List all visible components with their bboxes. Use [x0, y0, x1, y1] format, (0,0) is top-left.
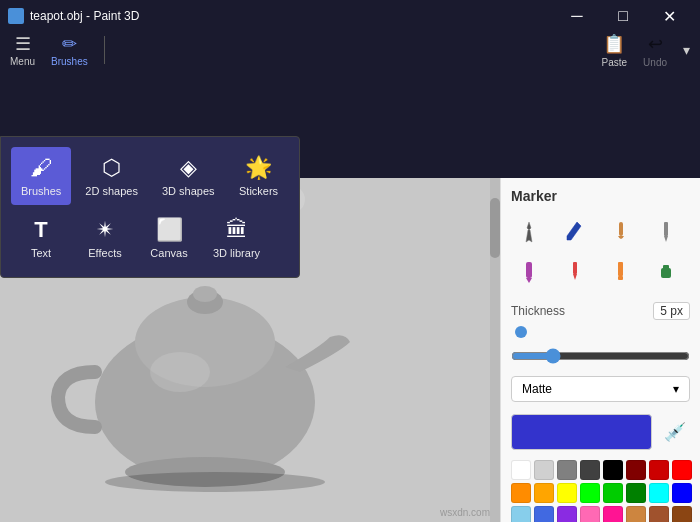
- more-options-button[interactable]: ▾: [683, 42, 690, 58]
- teapot-svg: [30, 242, 380, 492]
- color-swatch[interactable]: [603, 506, 623, 522]
- color-swatch[interactable]: [672, 460, 692, 480]
- brush-compass[interactable]: [511, 214, 547, 250]
- color-swatch[interactable]: [534, 506, 554, 522]
- svg-rect-16: [661, 268, 671, 278]
- undo-label: Undo: [643, 57, 667, 68]
- 2d-shapes-icon: ⬡: [102, 155, 121, 181]
- title-bar-left: teapot.obj - Paint 3D: [8, 8, 139, 24]
- text-dropdown-item[interactable]: T Text: [11, 209, 71, 267]
- color-swatch[interactable]: [649, 460, 669, 480]
- svg-point-3: [193, 286, 217, 302]
- title-bar-controls: ─ □ ✕: [554, 0, 692, 32]
- brush-grid: [511, 214, 690, 290]
- paste-button[interactable]: 📋 Paste: [602, 33, 628, 68]
- color-swatch[interactable]: [626, 506, 646, 522]
- color-swatch[interactable]: [534, 460, 554, 480]
- stickers-dropdown-item[interactable]: 🌟 Stickers: [229, 147, 289, 205]
- thickness-slider[interactable]: [511, 348, 690, 364]
- maximize-button[interactable]: □: [600, 0, 646, 32]
- svg-point-4: [150, 352, 210, 392]
- color-swatch[interactable]: [557, 506, 577, 522]
- color-swatch[interactable]: [511, 460, 531, 480]
- brush-ink[interactable]: [557, 254, 593, 290]
- brush-watercolor[interactable]: [603, 214, 639, 250]
- color-swatch[interactable]: [580, 506, 600, 522]
- 2d-shapes-dropdown-item[interactable]: ⬡ 2D shapes: [75, 147, 148, 205]
- color-swatch[interactable]: [511, 506, 531, 522]
- brushes-quick-button[interactable]: ✏ Brushes: [51, 33, 88, 67]
- text-icon: T: [34, 217, 47, 243]
- thickness-value: 5 px: [653, 302, 690, 320]
- canvas-label: Canvas: [150, 247, 187, 259]
- color-swatch[interactable]: [603, 460, 623, 480]
- brushes-dropdown-icon: 🖌: [30, 155, 52, 181]
- menu-label: Menu: [10, 56, 35, 67]
- thickness-row: Thickness 5 px: [511, 302, 690, 320]
- canvas-scrollbar-thumb[interactable]: [490, 198, 500, 258]
- brush-pen[interactable]: [557, 214, 593, 250]
- stickers-icon: 🌟: [245, 155, 272, 181]
- chevron-down-icon: ▾: [673, 382, 679, 396]
- color-swatch[interactable]: [649, 483, 669, 503]
- effects-dropdown-item[interactable]: ✴ Effects: [75, 209, 135, 267]
- finish-dropdown[interactable]: Matte ▾: [511, 376, 690, 402]
- quick-bar: ☰ Menu ✏ Brushes 📋 Paste ↩ Undo ▾: [0, 32, 700, 68]
- panel-title: Marker: [511, 188, 690, 204]
- brushes-dropdown-panel: 🖌 Brushes ⬡ 2D shapes ◈ 3D shapes 🌟 Stic…: [0, 136, 300, 278]
- brushes-dropdown-label: Brushes: [21, 185, 61, 197]
- svg-rect-15: [618, 276, 623, 280]
- canvas-scrollbar[interactable]: [490, 178, 500, 522]
- brush-calligraphy[interactable]: [603, 254, 639, 290]
- color-swatch[interactable]: [580, 483, 600, 503]
- canvas-dropdown-item[interactable]: ⬜ Canvas: [139, 209, 199, 267]
- minimize-button[interactable]: ─: [554, 0, 600, 32]
- color-swatch[interactable]: [626, 460, 646, 480]
- thickness-dot: [515, 326, 527, 338]
- svg-marker-9: [664, 236, 668, 242]
- close-button[interactable]: ✕: [646, 0, 692, 32]
- brush-bucket[interactable]: [648, 254, 684, 290]
- thickness-label: Thickness: [511, 304, 565, 318]
- brushes-icon: ✏: [62, 33, 77, 55]
- svg-rect-10: [526, 262, 532, 278]
- effects-icon: ✴: [96, 217, 114, 243]
- 3d-library-dropdown-item[interactable]: 🏛 3D library: [203, 209, 270, 267]
- paste-label: Paste: [602, 57, 628, 68]
- 3d-shapes-dropdown-item[interactable]: ◈ 3D shapes: [152, 147, 225, 205]
- color-preview-box[interactable]: [511, 414, 652, 450]
- eyedropper-button[interactable]: 💉: [660, 417, 690, 447]
- undo-button[interactable]: ↩ Undo: [643, 33, 667, 68]
- effects-label: Effects: [88, 247, 121, 259]
- color-swatch[interactable]: [557, 483, 577, 503]
- 3d-shapes-icon: ◈: [180, 155, 197, 181]
- teapot-image: [30, 242, 370, 482]
- color-swatch[interactable]: [672, 483, 692, 503]
- color-swatch[interactable]: [649, 506, 669, 522]
- brushes-label: Brushes: [51, 56, 88, 67]
- title-bar-title: teapot.obj - Paint 3D: [30, 9, 139, 23]
- 2d-shapes-label: 2D shapes: [85, 185, 138, 197]
- color-swatch[interactable]: [672, 506, 692, 522]
- svg-point-6: [105, 472, 325, 492]
- svg-rect-12: [573, 262, 577, 274]
- color-preview-row: 💉: [511, 414, 690, 450]
- brushes-dropdown-item[interactable]: 🖌 Brushes: [11, 147, 71, 205]
- color-palette: [511, 460, 690, 522]
- color-swatch[interactable]: [603, 483, 623, 503]
- separator: [104, 36, 105, 64]
- watermark: wsxdn.com: [440, 507, 490, 518]
- color-swatch[interactable]: [511, 483, 531, 503]
- menu-button[interactable]: ☰ Menu: [10, 33, 35, 67]
- color-swatch[interactable]: [557, 460, 577, 480]
- 3d-shapes-label: 3D shapes: [162, 185, 215, 197]
- menu-icon: ☰: [15, 33, 31, 55]
- brush-marker[interactable]: [511, 254, 547, 290]
- color-swatch[interactable]: [580, 460, 600, 480]
- 3d-library-icon: 🏛: [226, 217, 248, 243]
- 3d-library-label: 3D library: [213, 247, 260, 259]
- brush-pencil[interactable]: [648, 214, 684, 250]
- color-swatch[interactable]: [534, 483, 554, 503]
- color-swatch[interactable]: [626, 483, 646, 503]
- svg-rect-14: [618, 262, 623, 276]
